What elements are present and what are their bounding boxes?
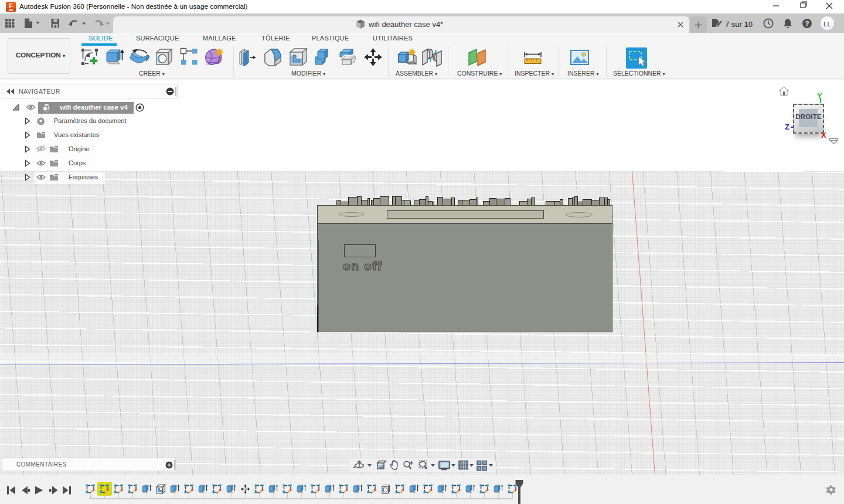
- svg-text:360: 360: [9, 9, 13, 12]
- svg-text:F: F: [9, 2, 13, 9]
- svg-text:?: ?: [805, 20, 809, 27]
